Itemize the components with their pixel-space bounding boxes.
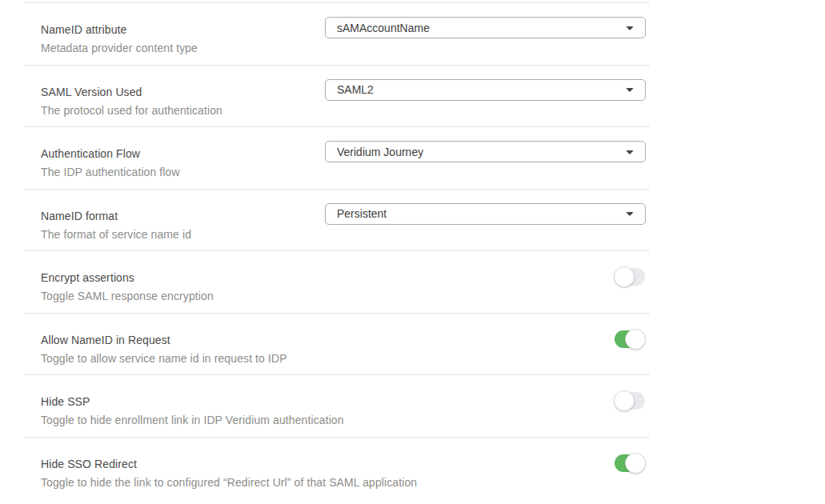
dropdown-selected-value: SAML2 xyxy=(337,83,374,96)
hide-ssp-toggle[interactable] xyxy=(614,390,646,411)
encrypt-assertions-toggle[interactable] xyxy=(614,266,646,287)
setting-description: Toggle to hide enrollment link in IDP Ve… xyxy=(41,412,650,428)
setting-description: The format of service name id xyxy=(41,226,650,242)
setting-label: Allow NameID in Request xyxy=(41,332,650,348)
setting-description: The protocol used for authentication xyxy=(41,102,650,118)
settings-row-nameid-attribute: NameID attribute Metadata provider conte… xyxy=(25,3,650,66)
saml-settings-panel: NameID attribute Metadata provider conte… xyxy=(25,2,650,499)
settings-row-saml-version: SAML Version Used The protocol used for … xyxy=(25,66,650,128)
setting-label: Hide SSO Redirect xyxy=(41,456,650,472)
chevron-down-icon xyxy=(626,88,634,92)
toggle-knob xyxy=(625,453,646,474)
setting-description: Toggle to allow service name id in reque… xyxy=(41,350,650,366)
settings-row-hide-ssp: Hide SSP Toggle to hide enrollment link … xyxy=(25,375,650,438)
settings-row-authentication-flow: Authentication Flow The IDP authenticati… xyxy=(25,127,650,190)
settings-row-allow-nameid-in-request: Allow NameID in Request Toggle to allow … xyxy=(25,314,650,376)
saml-version-dropdown[interactable]: SAML2 xyxy=(325,79,646,101)
setting-label: Encrypt assertions xyxy=(41,270,650,286)
dropdown-selected-value: Persistent xyxy=(337,207,386,220)
setting-description: Toggle to hide the link to configured “R… xyxy=(41,474,650,490)
hide-sso-redirect-toggle[interactable] xyxy=(614,453,646,474)
authentication-flow-dropdown[interactable]: Veridium Journey xyxy=(325,141,646,162)
allow-nameid-in-request-toggle[interactable] xyxy=(614,329,646,350)
setting-description: Metadata provider content type xyxy=(41,40,650,56)
toggle-knob xyxy=(614,266,635,287)
nameid-attribute-dropdown[interactable]: sAMAccountName xyxy=(325,17,646,38)
setting-label: Hide SSP xyxy=(41,394,650,410)
settings-row-encrypt-assertions: Encrypt assertions Toggle SAML response … xyxy=(25,251,650,314)
chevron-down-icon xyxy=(626,26,634,30)
dropdown-selected-value: Veridium Journey xyxy=(337,146,423,158)
settings-row-hide-sso-redirect: Hide SSO Redirect Toggle to hide the lin… xyxy=(25,438,650,500)
dropdown-selected-value: sAMAccountName xyxy=(337,22,430,34)
setting-description: Toggle SAML response encryption xyxy=(41,288,650,304)
settings-row-nameid-format: NameID format The format of service name… xyxy=(25,190,650,252)
nameid-format-dropdown[interactable]: Persistent xyxy=(325,203,646,225)
chevron-down-icon xyxy=(626,212,634,216)
toggle-knob xyxy=(625,329,646,350)
chevron-down-icon xyxy=(626,150,634,154)
setting-description: The IDP authentication flow xyxy=(41,164,650,180)
toggle-knob xyxy=(614,390,635,411)
